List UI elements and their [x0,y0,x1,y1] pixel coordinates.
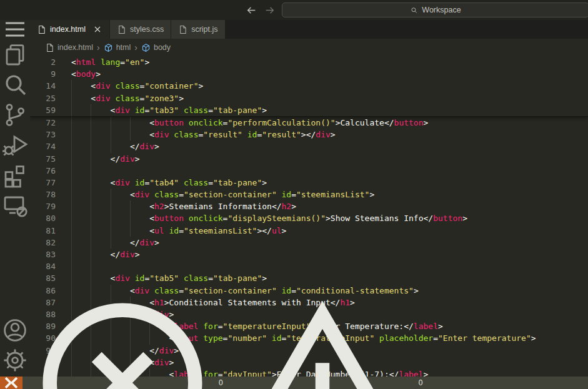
activity-source-control[interactable] [0,101,30,131]
code-text: </div> [71,237,588,249]
indent-guide [71,260,91,272]
code-text: <div class="result" id="result"></div> [71,129,588,140]
indent-guide [111,237,130,249]
code-line[interactable]: 84 [30,260,588,272]
code-text: <ul id="steemiansList"></ul> [71,225,588,237]
remote-indicator[interactable] [0,377,22,389]
code-text: <div class="container"> [71,80,588,92]
vscode-window: Workspace index.htmlstyles.cssscript.js … [0,0,588,389]
activity-search[interactable] [0,71,30,101]
code-line[interactable]: 73<div class="result" id="result"></div> [30,129,588,140]
tab-label: script.js [191,25,217,34]
breadcrumb-item-body[interactable]: body [141,43,171,52]
sticky-scroll: 2<html lang="en">9<body>14<div class="co… [30,56,588,117]
run-and-debug-icon [0,130,30,162]
extensions-icon [0,160,30,192]
indent-guide [91,249,110,260]
error-count: 0 [219,378,223,387]
indent-guide [91,260,110,272]
line-number: 81 [30,225,71,237]
code-text: <h2>Steemians Information</h2> [71,200,588,212]
command-center-search[interactable]: Workspace [282,2,588,17]
indent-guide [71,272,91,284]
code-line[interactable]: 14<div class="container"> [30,80,588,92]
breadcrumb-separator: › [134,43,137,52]
indent-guide [91,200,110,212]
code-line[interactable]: 2<html lang="en"> [30,56,588,68]
breadcrumb-item-html[interactable]: html [104,43,131,52]
indent-guide [91,140,110,152]
indent-guide [71,189,91,200]
indent-guide [71,212,91,224]
file-icon [37,25,46,34]
indent-guide [111,225,130,237]
warning-count: 0 [419,378,423,387]
code-line[interactable]: 80<button onclick="displaySteemians()">S… [30,212,588,224]
remote-explorer-icon [0,190,30,222]
nav-back-icon[interactable] [246,5,257,16]
line-number: 73 [30,129,71,140]
nav-forward-icon[interactable] [264,5,275,16]
line-number: 59 [30,104,71,116]
indent-guide [130,129,149,140]
breadcrumb-item-index.html[interactable]: index.html [45,43,93,52]
indent-guide [71,104,91,116]
search-icon [410,6,418,14]
code-line[interactable]: 79<h2>Steemians Information</h2> [30,200,588,212]
indent-guide [71,129,91,140]
tab-styles.css[interactable]: styles.css [110,20,171,39]
indent-guide [91,129,110,140]
activity-run-and-debug[interactable] [0,131,30,161]
code-line[interactable]: 75</div> [30,153,588,165]
code-line[interactable]: 76 [30,165,588,177]
activity-explorer[interactable] [0,41,30,71]
tab-index.html[interactable]: index.html [30,20,109,39]
tab-bar: index.htmlstyles.cssscript.js [30,20,588,39]
file-icon [117,25,126,34]
code-text: </div> [71,153,588,165]
code-line[interactable]: 59<div id="tab3" class="tab-pane"> [30,104,588,116]
line-number: 75 [30,153,71,165]
breadcrumb-separator: › [97,43,100,52]
indent-guide [130,200,149,212]
indent-guide [111,200,130,212]
line-number: 84 [30,260,71,272]
code-line[interactable]: 74</div> [30,140,588,152]
code-text: <body> [71,68,588,80]
indent-guide [91,237,110,249]
code-line[interactable]: 77<div id="tab4" class="tab-pane"> [30,177,588,189]
line-number: 74 [30,140,71,152]
breadcrumb-label: html [116,43,131,52]
indent-guide [91,225,110,237]
code-line[interactable]: 82</div> [30,237,588,249]
code-line[interactable]: 9<body> [30,68,588,80]
error-icon [29,289,216,389]
indent-guide [111,212,130,224]
close-icon[interactable] [92,24,102,34]
problems-status[interactable]: 0 0 [22,289,432,389]
command-center-label: Workspace [422,6,461,14]
line-number: 72 [30,117,71,129]
activity-menu[interactable] [0,20,30,41]
symbol-element-icon [104,43,113,52]
code-line[interactable]: 85<div id="tab5" class="tab-pane"> [30,272,588,284]
line-number: 14 [30,80,71,92]
indent-guide [71,225,91,237]
code-line[interactable]: 78<div class="section-container" id="ste… [30,189,588,200]
tab-script.js[interactable]: script.js [171,20,224,39]
indent-guide [91,117,110,129]
code-text [71,165,588,177]
code-line[interactable]: 81<ul id="steemiansList"></ul> [30,225,588,237]
activity-remote-explorer[interactable] [0,191,30,221]
indent-guide [71,92,91,104]
tab-label: styles.css [130,25,164,34]
indent-guide [91,189,110,200]
indent-guide [91,272,110,284]
activity-extensions[interactable] [0,161,30,191]
code-text: <div id="tab5" class="tab-pane"> [71,272,588,284]
code-line[interactable]: 83</div> [30,249,588,260]
code-line[interactable]: 72<button onclick="performCalculation()"… [30,117,588,129]
search-icon [0,70,30,102]
code-line[interactable]: 25<div class="zone3"> [30,92,588,104]
indent-guide [71,117,91,129]
